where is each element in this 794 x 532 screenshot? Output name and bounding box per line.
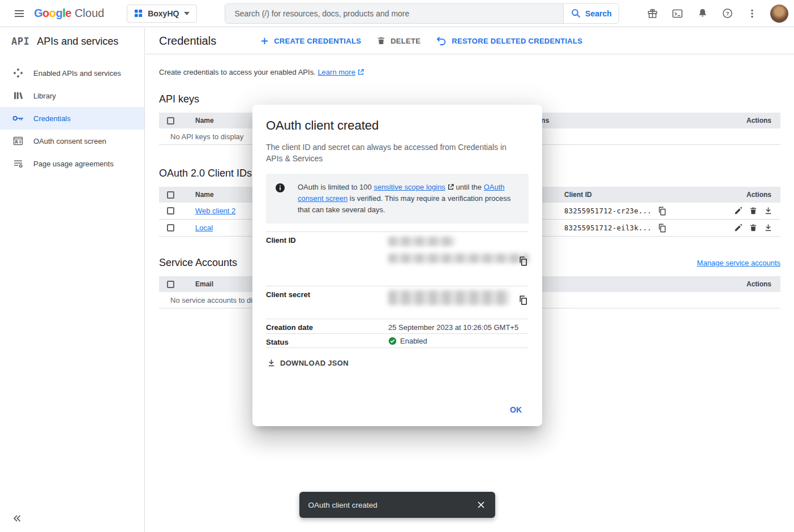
oauth-client-created-dialog: OAuth client created The client ID and s… bbox=[252, 105, 542, 426]
search-button[interactable]: Search bbox=[563, 4, 619, 23]
help-button[interactable]: ? bbox=[716, 2, 739, 25]
column-header-actions: Actions bbox=[729, 117, 780, 125]
sidebar-title: APIs and services bbox=[37, 36, 118, 48]
download-json-button[interactable]: DOWNLOAD JSON bbox=[266, 355, 353, 371]
search-bar: Search bbox=[225, 3, 619, 24]
manage-service-accounts-link[interactable]: Manage service accounts bbox=[697, 259, 780, 267]
creation-date-label: Creation date bbox=[266, 322, 388, 331]
sidebar-nav: Enabled APIs and services Library Creden… bbox=[0, 62, 144, 175]
google-cloud-logo[interactable]: Google Cloud bbox=[34, 7, 104, 20]
client-id-value: 83255951712-eil3k... bbox=[564, 224, 652, 232]
delete-button[interactable]: DELETE bbox=[369, 31, 428, 51]
ok-button[interactable]: OK bbox=[503, 400, 529, 419]
external-link-icon bbox=[358, 69, 364, 75]
create-credentials-button[interactable]: CREATE CREDENTIALS bbox=[252, 31, 369, 51]
dialog-title: OAuth client created bbox=[266, 118, 529, 133]
column-header-actions: Actions bbox=[729, 191, 780, 199]
edit-client-button[interactable] bbox=[733, 222, 744, 233]
consent-screen-icon bbox=[12, 136, 24, 146]
sidebar-item-library[interactable]: Library bbox=[0, 84, 144, 107]
row-checkbox[interactable] bbox=[167, 224, 174, 231]
cloud-logo-text: Cloud bbox=[75, 7, 104, 20]
project-selector[interactable]: BoxyHQ bbox=[127, 5, 197, 23]
copy-client-id-button[interactable] bbox=[657, 222, 667, 234]
page-title: Credentials bbox=[159, 35, 216, 48]
restore-deleted-credentials-button[interactable]: RESTORE DELETED CREDENTIALS bbox=[428, 31, 590, 51]
empty-state-text: No API keys to display bbox=[170, 132, 243, 141]
notice-text: OAuth is limited to 100 sensitive scope … bbox=[298, 182, 518, 216]
search-icon bbox=[571, 8, 581, 18]
learn-more-link[interactable]: Learn more bbox=[317, 68, 363, 76]
menu-button[interactable] bbox=[8, 2, 31, 25]
api-keys-heading: API keys bbox=[159, 93, 780, 105]
oauth-client-link[interactable]: Local bbox=[195, 224, 213, 232]
service-accounts-heading: Service Accounts bbox=[159, 257, 237, 269]
select-all-checkbox[interactable] bbox=[167, 191, 174, 199]
sidebar-item-page-usage-agreements[interactable]: Page usage agreements bbox=[0, 152, 144, 175]
bell-icon bbox=[697, 8, 708, 19]
api-logo: API bbox=[11, 36, 29, 47]
creation-date-value: 25 September 2023 at 10:26:05 GMT+5 bbox=[388, 322, 518, 331]
dialog-fields: Client ID Client secret Creation date 25… bbox=[266, 231, 529, 348]
copy-client-secret-button[interactable] bbox=[518, 294, 529, 306]
intro-text: Create credentials to access your enable… bbox=[159, 68, 780, 76]
copy-client-id-button[interactable] bbox=[657, 205, 667, 217]
sidebar-item-oauth-consent-screen[interactable]: OAuth consent screen bbox=[0, 130, 144, 152]
client-secret-label: Client secret bbox=[266, 289, 388, 316]
client-id-value: 83255951712-cr23e... bbox=[564, 207, 652, 215]
edit-client-button[interactable] bbox=[733, 205, 744, 216]
snackbar: OAuth client created bbox=[299, 492, 495, 518]
delete-client-button[interactable] bbox=[748, 205, 758, 216]
client-id-label: Client ID bbox=[266, 235, 388, 283]
promotions-button[interactable] bbox=[641, 2, 664, 25]
download-client-button[interactable] bbox=[763, 222, 774, 233]
hamburger-icon bbox=[14, 8, 24, 19]
sensitive-scope-logins-link[interactable]: sensitive scope logins bbox=[374, 183, 453, 191]
double-chevron-left-icon bbox=[12, 514, 22, 523]
edit-icon bbox=[734, 207, 743, 215]
column-header-client-id: Client ID bbox=[564, 191, 729, 199]
status-row: Status Enabled bbox=[266, 333, 529, 348]
row-checkbox[interactable] bbox=[167, 207, 174, 214]
cloud-shell-button[interactable] bbox=[666, 2, 689, 25]
info-icon bbox=[275, 183, 285, 216]
sidebar-header: API APIs and services bbox=[0, 28, 144, 55]
agreements-icon bbox=[12, 158, 24, 169]
more-options-button[interactable] bbox=[741, 2, 763, 25]
status-value: Enabled bbox=[400, 337, 427, 345]
key-icon bbox=[12, 115, 24, 122]
client-secret-redacted bbox=[388, 290, 509, 305]
creation-date-row: Creation date 25 September 2023 at 10:26… bbox=[266, 319, 529, 333]
terminal-icon bbox=[672, 8, 683, 19]
oauth-client-link[interactable]: Web client 2 bbox=[195, 207, 235, 215]
trash-icon bbox=[749, 224, 757, 232]
client-id-redacted bbox=[388, 237, 455, 246]
avatar[interactable] bbox=[770, 5, 788, 23]
topbar-actions: ? bbox=[641, 2, 788, 25]
sidebar-item-enabled-apis[interactable]: Enabled APIs and services bbox=[0, 62, 144, 84]
sidebar-item-label: OAuth consent screen bbox=[33, 137, 106, 145]
dialog-description: The client ID and secret can always be a… bbox=[266, 141, 515, 165]
download-icon bbox=[764, 207, 772, 215]
sidebar-collapse-button[interactable] bbox=[10, 512, 24, 525]
library-icon bbox=[12, 91, 24, 101]
copy-icon bbox=[519, 256, 527, 266]
trash-icon bbox=[377, 36, 385, 45]
notifications-button[interactable] bbox=[691, 2, 714, 25]
notice-panel: OAuth is limited to 100 sensitive scope … bbox=[266, 174, 529, 224]
search-input[interactable] bbox=[225, 4, 563, 23]
sidebar-item-label: Credentials bbox=[33, 114, 71, 123]
check-circle-icon bbox=[388, 337, 397, 345]
select-all-checkbox[interactable] bbox=[167, 117, 174, 125]
copy-client-id-button[interactable] bbox=[518, 255, 529, 267]
trash-icon bbox=[749, 207, 757, 215]
delete-client-button[interactable] bbox=[748, 222, 758, 233]
gift-icon bbox=[647, 8, 658, 19]
undo-icon bbox=[436, 36, 447, 45]
download-client-button[interactable] bbox=[763, 205, 774, 216]
select-all-checkbox[interactable] bbox=[167, 281, 174, 288]
sidebar-item-credentials[interactable]: Credentials bbox=[0, 107, 144, 130]
enabled-apis-icon bbox=[12, 68, 24, 78]
snackbar-close-button[interactable] bbox=[470, 494, 492, 516]
status-label: Status bbox=[266, 337, 388, 345]
